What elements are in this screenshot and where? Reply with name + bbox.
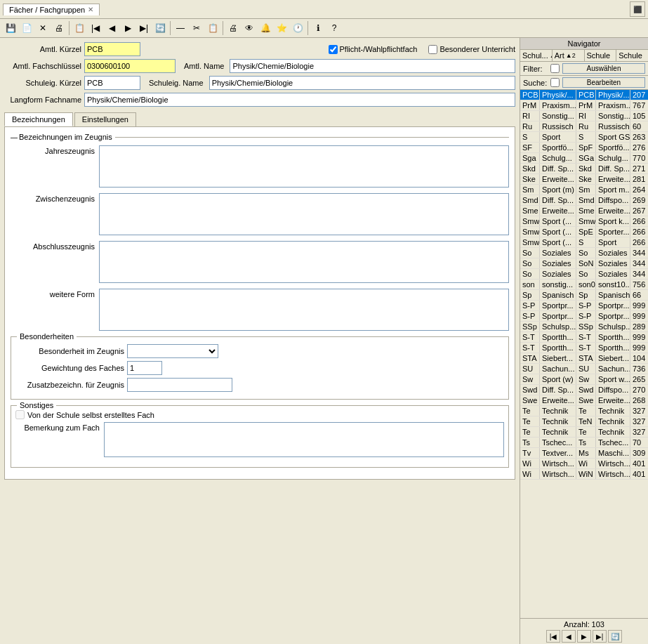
undo-button[interactable]: —	[173, 20, 188, 36]
nav-col-schule-full[interactable]: Schule	[616, 50, 648, 61]
nav-cell-c3: Swd	[576, 385, 596, 395]
new-button[interactable]: 📄	[19, 20, 34, 36]
nav-table-row[interactable]: Smw Sport (... Smw Sport k... 266	[520, 216, 648, 227]
pflicht-checkbox[interactable]	[329, 45, 338, 54]
info-button[interactable]: ℹ	[310, 20, 326, 36]
nav-table-row[interactable]: Sme Erweite... Sme Erweite... 267	[520, 206, 648, 216]
bemerkung-textarea[interactable]	[104, 422, 504, 457]
besonderer-unterricht-checkbox[interactable]	[428, 45, 437, 54]
view-button[interactable]: 👁	[242, 20, 257, 36]
cut-button[interactable]: ✂	[189, 20, 204, 36]
nav-cell-c3: So	[576, 269, 596, 279]
nav-table-row[interactable]: S-T Sportth... S-T Sportth... 999	[520, 332, 648, 343]
von-schule-label: Von der Schule selbst erstelltes Fach	[27, 411, 154, 419]
nav-table-row[interactable]: Skd Diff. Sp... Skd Diff. Sp... 271	[520, 164, 648, 174]
nav-table-row[interactable]: SU Sachun... SU Sachun... 736	[520, 364, 648, 374]
next-button[interactable]: ▶	[120, 20, 135, 36]
nav-cell-c5: 104	[630, 353, 648, 363]
clock-button[interactable]: 🕐	[290, 20, 305, 36]
last-button[interactable]: ▶|	[136, 20, 152, 36]
first-button[interactable]: |◀	[88, 20, 103, 36]
nav-table-row[interactable]: Swd Diff. Sp... Swd Diffspo... 270	[520, 385, 648, 395]
weitere-form-textarea[interactable]	[99, 289, 509, 331]
nav-table-row[interactable]: So Soziales So Soziales 344	[520, 248, 648, 258]
nav-table-row[interactable]: S-P Sportpr... S-P Sportpr... 999	[520, 311, 648, 322]
nav-col-schule-abbr[interactable]: Schule	[585, 50, 617, 61]
nav-cell-c1: Smw	[520, 227, 540, 237]
prev-button[interactable]: ◀	[104, 20, 119, 36]
nav-table-row[interactable]: S-P Sportpr... S-P Sportpr... 999	[520, 301, 648, 311]
amtl-name-input[interactable]	[230, 59, 515, 73]
jahreszeugnis-textarea[interactable]	[99, 145, 509, 188]
close-icon[interactable]: ✕	[88, 6, 93, 13]
gewichtung-input[interactable]	[127, 361, 162, 375]
auswaehlen-button[interactable]: Auswählen	[562, 63, 645, 74]
help-button[interactable]: ?	[326, 20, 342, 36]
besonderheit-im-zeugnis-select[interactable]	[127, 344, 218, 358]
print-button[interactable]: 🖨	[51, 20, 67, 36]
delete-button[interactable]: ✕	[35, 20, 51, 36]
star-button[interactable]: ⭐	[274, 20, 289, 36]
tab-einstellungen[interactable]: Einstellungen	[74, 112, 136, 126]
nav-cell-c3: S	[576, 237, 596, 247]
nav-table-row[interactable]: Te Technik Te Technik 327	[520, 406, 648, 416]
title-tab[interactable]: Fächer / Fachgruppen ✕	[3, 4, 100, 15]
nav-table-row[interactable]: So Soziales So Soziales 344	[520, 269, 648, 280]
amtl-kuerzel-input[interactable]	[84, 42, 140, 56]
nav-table-row[interactable]: Swe Erweite... Swe Erweite... 268	[520, 395, 648, 406]
nav-table-row[interactable]: STA Siebert... STA Siebert... 104	[520, 353, 648, 364]
nav-table-row[interactable]: SF Sportfö... SpF Sportfö... 276	[520, 143, 648, 153]
amtl-fachschluessel-input[interactable]	[84, 59, 176, 73]
langform-input[interactable]	[84, 93, 515, 107]
zwischenzeugnis-textarea[interactable]	[99, 193, 509, 235]
schuleig-name-label: Schuleig. Name	[149, 79, 204, 87]
suche-checkbox[interactable]	[550, 78, 560, 87]
filter-checkbox[interactable]	[550, 64, 560, 73]
nav-table-row[interactable]: PrM Praxism... PrM Praxism... 767	[520, 100, 648, 111]
schuleig-kuerzel-input[interactable]	[84, 76, 140, 90]
nav-table-row[interactable]: S Sport S Sport GS 263	[520, 132, 648, 143]
nav-table-row[interactable]: Sw Sport (w) Sw Sport w... 265	[520, 374, 648, 385]
nav-table-row[interactable]: Wi Wirtsch... WiN Wirtsch... 401	[520, 469, 648, 480]
nav-table-row[interactable]: S-T Sportth... S-T Sportth... 999	[520, 343, 648, 353]
zusatzbezeichn-input[interactable]	[127, 378, 232, 392]
nav-table-row[interactable]: Ske Erweite... Ske Erweite... 281	[520, 174, 648, 185]
nav-table-row[interactable]: Sm Sport (m) Sm Sport m... 264	[520, 185, 648, 195]
tab-bezeichnungen[interactable]: Bezeichnungen	[4, 112, 73, 126]
refresh-button[interactable]: 🔄	[152, 20, 168, 36]
alert-button[interactable]: 🔔	[258, 20, 273, 36]
nav-table-row[interactable]: Sga Schulg... SGa Schulg... 770	[520, 153, 648, 164]
nav-table-row[interactable]: Ru Russisch Ru Russisch 60	[520, 121, 648, 132]
nav-table-row[interactable]: Smw Sport (... SpE Sporter... 266	[520, 227, 648, 237]
print2-button[interactable]: 🖨	[225, 20, 241, 36]
nav-table-row[interactable]: Te Technik Te Technik 327	[520, 427, 648, 438]
save-button[interactable]: 💾	[3, 20, 18, 36]
nav-next-button[interactable]: ▶	[577, 630, 591, 643]
nav-table-row[interactable]: SSp Schulsp... SSp Schulsp... 289	[520, 322, 648, 332]
nav-cell-c4: Sport GS	[596, 132, 630, 142]
bearbeiten-button[interactable]: Bearbeiten	[562, 77, 645, 88]
nav-prev-button[interactable]: ◀	[562, 630, 576, 643]
nav-table-row[interactable]: PCB Physik/... PCB Physik/... 207	[520, 90, 648, 100]
nav-col-schul[interactable]: Schul... ▲1	[520, 50, 553, 61]
nav-first-button[interactable]: |◀	[546, 630, 560, 643]
nav-cell-c3: So	[576, 248, 596, 258]
nav-table-row[interactable]: Tv Textver... Ms Maschi... 309	[520, 448, 648, 459]
copy-button[interactable]: 📋	[72, 20, 87, 36]
nav-refresh-button[interactable]: 🔄	[608, 630, 622, 643]
nav-table-row[interactable]: Wi Wirtsch... Wi Wirtsch... 401	[520, 459, 648, 469]
nav-table-row[interactable]: Smd Diff. Sp... Smd Diffspo... 269	[520, 195, 648, 206]
nav-table-row[interactable]: Te Technik TeN Technik 327	[520, 416, 648, 427]
nav-table-row[interactable]: RI Sonstig... RI Sonstig... 105	[520, 111, 648, 121]
nav-last-button[interactable]: ▶|	[593, 630, 607, 643]
nav-table-row[interactable]: Ts Tschec... Ts Tschec... 70	[520, 438, 648, 448]
schuleig-name-input[interactable]	[209, 76, 515, 90]
nav-table-row[interactable]: son sonstig... son0 sonst10... 756	[520, 280, 648, 290]
nav-col-art[interactable]: Art ▲2	[553, 50, 585, 61]
abschlusszeugnis-textarea[interactable]	[99, 241, 509, 283]
nav-table-row[interactable]: Sp Spanisch Sp Spanisch 66	[520, 290, 648, 301]
nav-table-row[interactable]: So Soziales SoN Soziales 344	[520, 258, 648, 269]
maximize-button[interactable]: ⬛	[630, 1, 645, 17]
nav-table-row[interactable]: Smw Sport (... S Sport 266	[520, 237, 648, 248]
paste-button[interactable]: 📋	[205, 20, 220, 36]
